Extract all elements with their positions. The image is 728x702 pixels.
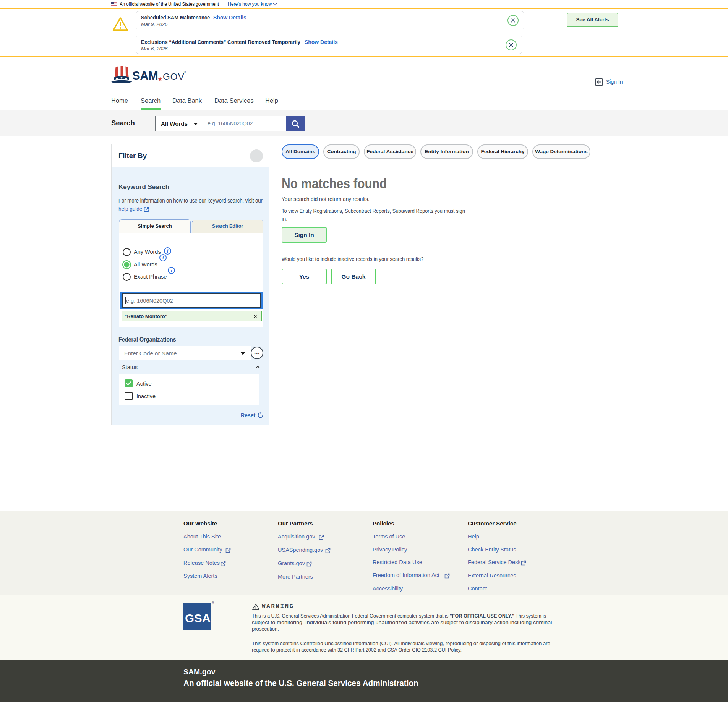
svg-text:SAM: SAM [132,69,158,83]
svg-text:GOV: GOV [163,71,185,82]
svg-text:®: ® [184,70,186,74]
